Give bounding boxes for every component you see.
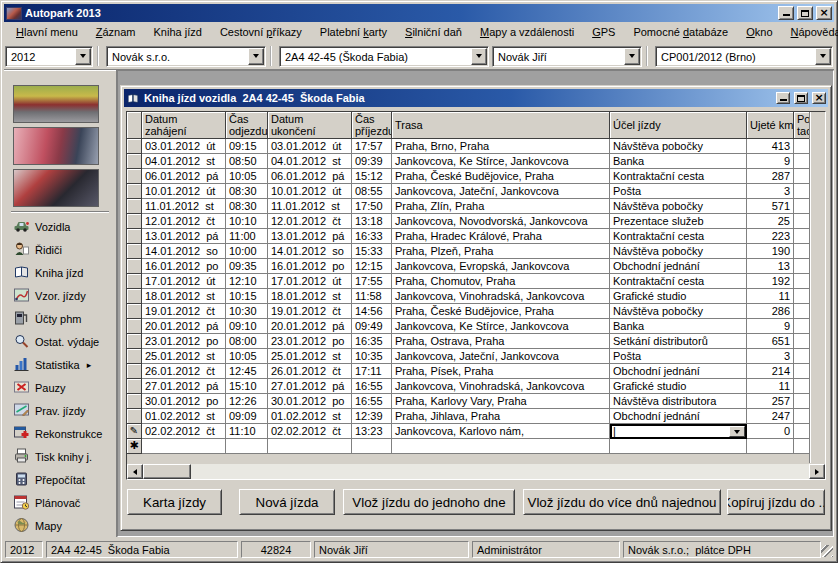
cell[interactable]: Návštěva pobočky bbox=[610, 199, 747, 214]
cell[interactable]: 257 bbox=[747, 394, 794, 409]
row-selector[interactable] bbox=[127, 199, 142, 214]
action-button-2[interactable]: Nová jízda bbox=[239, 489, 335, 515]
cell[interactable]: 25 bbox=[747, 214, 794, 229]
menu-item-3[interactable]: Kniha jízd bbox=[145, 23, 211, 42]
column-header-4[interactable]: Čas příjezdu bbox=[352, 112, 392, 139]
minimize-button[interactable] bbox=[778, 6, 794, 20]
vertical-scroll-gutter[interactable] bbox=[809, 112, 825, 463]
cell[interactable]: Grafické studio bbox=[610, 379, 747, 394]
cell[interactable]: Návštěva pobočky bbox=[610, 304, 747, 319]
row-selector[interactable] bbox=[127, 169, 142, 184]
action-button-5[interactable]: Kopíruj jízdu do ... bbox=[727, 489, 825, 515]
sidebar-item-magnifier[interactable]: Ostat. výdaje bbox=[4, 330, 116, 353]
cell[interactable]: 192 bbox=[747, 274, 794, 289]
purpose-edit-combo[interactable]: | bbox=[610, 424, 747, 439]
scroll-track[interactable] bbox=[191, 464, 809, 479]
menu-item-4[interactable]: Cestovní příkazy bbox=[211, 23, 311, 42]
combo-year[interactable]: 2012 bbox=[5, 46, 93, 67]
combo-year-dropdown-button[interactable] bbox=[75, 48, 91, 65]
cell[interactable]: Kontraktační cesta bbox=[610, 169, 747, 184]
cell[interactable]: Obchodní jednání bbox=[610, 364, 747, 379]
row-selector[interactable] bbox=[127, 214, 142, 229]
menu-item-1[interactable]: Hlavní menu bbox=[7, 23, 87, 42]
purpose-combo-dropdown-button[interactable] bbox=[729, 426, 745, 437]
cell[interactable]: 247 bbox=[747, 409, 794, 424]
row-selector[interactable] bbox=[127, 289, 142, 304]
column-header-1[interactable]: Datum zahájení bbox=[142, 112, 226, 139]
row-selector[interactable] bbox=[127, 139, 142, 154]
cell[interactable]: Prezentace služeb bbox=[610, 214, 747, 229]
row-selector[interactable] bbox=[127, 334, 142, 349]
row-selector[interactable] bbox=[127, 364, 142, 379]
sidebar-item-pause[interactable]: Pauzy bbox=[4, 376, 116, 399]
combo-company[interactable]: Novák s.r.o. bbox=[106, 46, 266, 67]
cell[interactable]: Banka bbox=[610, 319, 747, 334]
action-button-1[interactable]: Karta jízdy bbox=[127, 489, 222, 515]
row-selector[interactable] bbox=[127, 154, 142, 169]
scroll-thumb[interactable] bbox=[143, 464, 191, 479]
menu-item-6[interactable]: Silniční daň bbox=[396, 23, 471, 42]
sidebar-item-route[interactable]: Vzor. jízdy bbox=[4, 284, 116, 307]
sidebar-item-car[interactable]: Vozidla bbox=[4, 215, 116, 238]
sidebar-item-fuel[interactable]: Účty phm bbox=[4, 307, 116, 330]
cell[interactable]: 286 bbox=[747, 304, 794, 319]
menu-item-2[interactable]: Záznam bbox=[87, 23, 145, 42]
row-selector[interactable]: ✎ bbox=[127, 424, 142, 439]
cell[interactable]: Obchodní jednání bbox=[610, 409, 747, 424]
combo-trip-order[interactable]: CP001/2012 (Brno) bbox=[655, 46, 833, 67]
cell[interactable]: 3 bbox=[747, 349, 794, 364]
menu-item-7[interactable]: Mapy a vzdálenosti bbox=[471, 23, 583, 42]
cell[interactable]: Kontraktační cesta bbox=[610, 229, 747, 244]
cell[interactable]: Kontraktační cesta bbox=[610, 274, 747, 289]
combo-company-dropdown-button[interactable] bbox=[248, 48, 264, 65]
sidebar-item-printer[interactable]: Tisk knihy j. bbox=[4, 445, 116, 468]
scroll-right-button[interactable] bbox=[809, 464, 825, 479]
close-button[interactable]: × bbox=[816, 6, 832, 20]
cell[interactable]: 287 bbox=[747, 169, 794, 184]
cell[interactable]: 0 bbox=[747, 424, 794, 439]
row-selector[interactable] bbox=[127, 379, 142, 394]
cell[interactable]: Návštěva distributora bbox=[610, 394, 747, 409]
sidebar-item-stats[interactable]: Statistika▸ bbox=[4, 353, 116, 376]
resize-grip[interactable] bbox=[821, 545, 833, 557]
cell[interactable]: Banka bbox=[610, 154, 747, 169]
sidebar-item-book[interactable]: Kniha jízd bbox=[4, 261, 116, 284]
menu-item-11[interactable]: Nápověda bbox=[782, 23, 838, 42]
child-close-button[interactable]: × bbox=[812, 92, 826, 104]
cell[interactable]: Návštěva pobočky bbox=[610, 244, 747, 259]
cell[interactable]: Návštěva pobočky bbox=[610, 139, 747, 154]
row-selector[interactable] bbox=[127, 319, 142, 334]
column-header-6[interactable]: Účel jízdy bbox=[610, 112, 747, 139]
cell[interactable]: 9 bbox=[747, 154, 794, 169]
child-maximize-button[interactable] bbox=[794, 92, 808, 104]
sidebar-item-driver[interactable]: Řidiči bbox=[4, 238, 116, 261]
menu-item-10[interactable]: Okno bbox=[737, 23, 781, 42]
row-selector[interactable] bbox=[127, 409, 142, 424]
row-selector[interactable] bbox=[127, 349, 142, 364]
sidebar-item-recalc[interactable]: Přepočítat bbox=[4, 468, 116, 491]
cell[interactable]: 651 bbox=[747, 334, 794, 349]
column-header-5[interactable]: Trasa bbox=[392, 112, 610, 139]
scroll-left-button[interactable] bbox=[127, 464, 143, 479]
row-selector[interactable] bbox=[127, 184, 142, 199]
row-selector[interactable] bbox=[127, 229, 142, 244]
cell[interactable]: 413 bbox=[747, 139, 794, 154]
menu-item-5[interactable]: Platební karty bbox=[311, 23, 396, 42]
maximize-button[interactable] bbox=[797, 6, 813, 20]
cell[interactable]: 11 bbox=[747, 289, 794, 304]
cell[interactable]: 3 bbox=[747, 184, 794, 199]
row-selector[interactable] bbox=[127, 259, 142, 274]
cell[interactable]: 571 bbox=[747, 199, 794, 214]
row-selector[interactable] bbox=[127, 394, 142, 409]
horizontal-scrollbar[interactable] bbox=[127, 463, 825, 479]
column-header-8[interactable]: Po tac bbox=[794, 112, 809, 139]
child-minimize-button[interactable] bbox=[776, 92, 790, 104]
new-row-selector[interactable]: ✱ bbox=[127, 439, 142, 454]
action-button-3[interactable]: Vlož jízdu do jednoho dne bbox=[343, 489, 515, 515]
column-header-2[interactable]: Čas odjezdu bbox=[226, 112, 268, 139]
cell[interactable]: Obchodní jednání bbox=[610, 259, 747, 274]
menu-item-9[interactable]: Pomocné databáze bbox=[624, 23, 737, 42]
combo-vehicle[interactable]: 2A4 42-45 (Škoda Fabia) bbox=[279, 46, 489, 67]
cell[interactable]: 190 bbox=[747, 244, 794, 259]
column-header-3[interactable]: Datum ukončení bbox=[268, 112, 352, 139]
